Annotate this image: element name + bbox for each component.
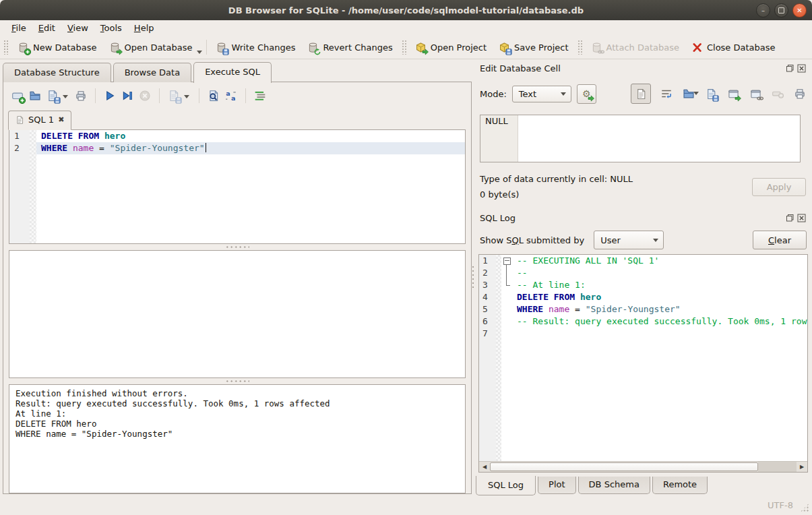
execution-message-pane[interactable]: Execution finished without errors.Result… [9,384,466,493]
open-project-button[interactable]: Open Project [409,39,493,56]
stop-execution-icon[interactable] [139,90,151,102]
scrollbar-thumb[interactable] [490,462,758,471]
sql-tab-sql1[interactable]: SQL 1 ✖ [8,111,71,130]
open-sql-file-icon[interactable] [29,90,41,102]
scroll-right-icon[interactable]: ▶ [797,462,807,472]
tab-database-structure[interactable]: Database Structure [3,63,111,82]
sql-editor[interactable]: 1DELETE FROM hero2WHERE name = "Spider-Y… [9,129,466,244]
save-results-dropdown-caret[interactable] [184,95,189,101]
print-cell-icon[interactable] [793,87,807,100]
export-to-file-icon[interactable] [704,87,718,100]
import-dropdown-caret[interactable] [693,92,699,98]
open-database-dropdown-caret[interactable] [197,51,202,57]
cell-value-editor[interactable]: NULL [480,115,801,162]
close-button[interactable]: ✕ [792,3,807,18]
resize-grip[interactable] [800,503,809,512]
maximize-button[interactable] [774,3,788,18]
new-sql-tab-icon[interactable] [11,90,24,102]
titlebar: DB Browser for SQLite - /home/user/code/… [0,0,812,20]
toolbar-separator [577,40,582,55]
print-sql-icon[interactable] [75,90,87,102]
tab-browse-data[interactable]: Browse Data [113,63,192,82]
save-project-button[interactable]: Save Project [493,39,575,56]
results-message-splitter[interactable] [3,378,471,384]
text-mode-button[interactable] [631,84,651,104]
minimize-button[interactable]: – [756,3,770,18]
encoding-indicator: UTF-8 [768,500,793,510]
sql-log-filter-value: User [600,235,621,245]
splitter-handle-icon [225,380,249,383]
dock-tab-remote[interactable]: Remote [652,477,708,494]
sql-log-pane[interactable]: 1-- EXECUTING ALL IN 'SQL 1'2--3-- At li… [478,254,808,473]
execute-current-line-icon[interactable] [121,90,133,102]
results-grid-pane[interactable] [9,250,466,378]
editor-results-splitter[interactable] [3,244,471,250]
mode-label: Mode: [480,89,507,99]
execute-all-icon[interactable] [104,90,116,102]
sql-log-dock-header: SQL Log [480,212,807,224]
menu-file[interactable]: File [5,22,32,34]
float-dock-icon[interactable] [786,64,794,73]
menu-help[interactable]: Help [128,22,160,34]
close-database-icon [691,42,703,53]
mode-select[interactable]: Text [512,86,571,102]
revert-changes-button[interactable]: Revert Changes [301,39,398,56]
copy-link-icon[interactable] [749,87,762,100]
find-and-replace-icon[interactable]: aa [225,90,237,102]
word-wrap-icon[interactable] [660,87,673,100]
save-results-icon[interactable] [168,90,180,102]
dock-buttons [786,64,806,73]
edit-cell-dock-header: Edit Database Cell [480,62,807,74]
menu-view[interactable]: View [61,22,94,34]
window-controls: – ✕ [756,3,807,18]
mode-select-value: Text [519,89,536,99]
scroll-left-icon[interactable]: ◀ [479,462,490,472]
import-from-file-icon[interactable] [682,87,695,100]
open-database-button[interactable]: Open Database [103,39,199,56]
execute-sql-panel: aa SQL 1 ✖ 1DELETE FROM hero2WHERE name … [3,82,472,494]
sql-log-filter-select[interactable]: User [594,231,664,249]
dock-tabbar: SQL Log Plot DB Schema Remote [476,477,708,495]
close-sql-tab-icon[interactable]: ✖ [58,115,64,124]
clear-log-button[interactable]: Clear [753,231,807,249]
close-dock-icon[interactable] [797,64,806,73]
float-dock-icon[interactable] [786,214,794,222]
sql-subtab-bar: SQL 1 ✖ [3,109,471,129]
open-in-external-app-icon[interactable] [726,87,740,100]
cell-mode-row: Mode: Text ⚙ [480,84,807,104]
set-as-null-icon[interactable] [771,87,784,100]
dock-tab-db-schema[interactable]: DB Schema [578,477,650,494]
attach-database-icon [591,42,602,53]
save-sql-file-dropdown-caret[interactable] [63,95,68,101]
menubar: File Edit View Tools Help [0,20,812,36]
sql-log-filter-row: Show SQL submitted by User Clear [480,230,807,250]
auto-apply-button[interactable]: ⚙ [577,84,596,104]
apply-button[interactable]: Apply [752,178,806,196]
sql-log-text[interactable]: 1-- EXECUTING ALL IN 'SQL 1'2--3-- At li… [479,255,807,461]
new-database-button[interactable]: New Database [11,39,103,56]
tab-execute-sql[interactable]: Execute SQL [193,62,272,83]
attach-database-button[interactable]: Attach Database [585,39,685,56]
sql-log-hscrollbar[interactable]: ◀ ▶ [479,461,807,472]
chevron-down-icon [653,239,658,245]
dock-tab-sql-log[interactable]: SQL Log [476,476,536,495]
menu-edit[interactable]: Edit [32,22,61,34]
toolbar-separator [245,88,246,103]
close-database-button[interactable]: Close Database [685,39,782,56]
close-dock-icon[interactable] [797,214,806,222]
format-sql-icon[interactable] [254,90,266,102]
cell-value-content[interactable] [518,115,800,162]
scrollbar-trough[interactable] [758,462,797,472]
db-browser-window: DB Browser for SQLite - /home/user/code/… [0,0,812,515]
menu-tools[interactable]: Tools [94,22,128,34]
save-sql-file-icon[interactable] [46,90,59,102]
write-changes-button[interactable]: Write Changes [210,39,301,56]
find-in-sql-icon[interactable] [208,90,220,102]
dock-tab-plot[interactable]: Plot [538,477,576,494]
sql-editor-toolbar: aa [3,82,471,108]
svg-text:a: a [231,94,235,102]
text-document-icon [635,88,647,100]
cell-size-info: 0 byte(s) [480,189,519,200]
toolbar-drag-handle[interactable] [3,40,8,55]
sql-log-filter-label: Show SQL submitted by [480,235,584,245]
